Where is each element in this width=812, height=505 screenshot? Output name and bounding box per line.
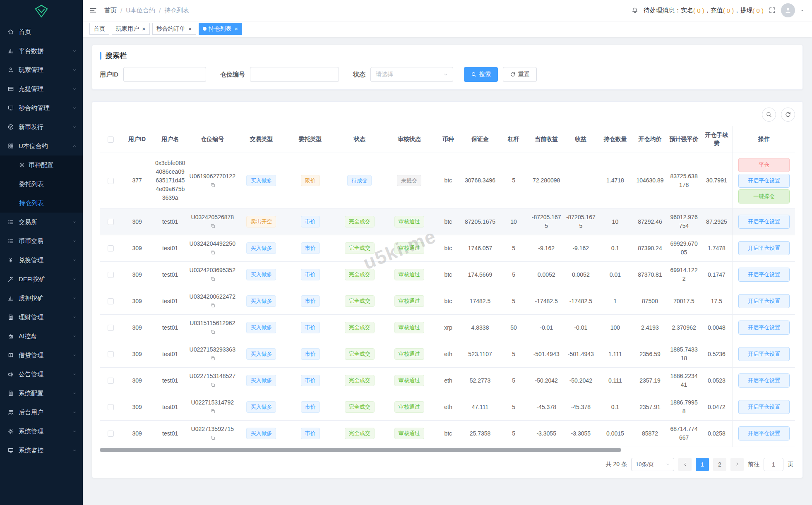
cell-profit: -3.3055	[564, 420, 598, 447]
cell-trade-type: 买入做多	[237, 288, 285, 314]
open-close-settings-button[interactable]: 开启平仓设置	[738, 426, 790, 440]
goto-label: 前往	[748, 461, 759, 468]
copy-icon[interactable]	[210, 276, 216, 282]
sidebar-subitem-position-list[interactable]: 持仓列表	[0, 194, 83, 213]
tab-player-users[interactable]: 玩家用户×	[112, 23, 150, 35]
cell-trade-type-tag: 买入做多	[246, 175, 276, 187]
sidebar-item-announcement-management[interactable]: 公告管理	[0, 365, 83, 384]
copy-icon[interactable]	[210, 303, 216, 308]
row-checkbox[interactable]	[108, 325, 114, 331]
sidebar-item-coin-trade[interactable]: 币币交易	[0, 232, 83, 251]
sidebar-item-home[interactable]: 首页	[0, 22, 83, 41]
sidebar-item-platform-data[interactable]: 平台数据	[0, 41, 83, 60]
open-close-settings-button[interactable]: 开启平仓设置	[738, 373, 790, 388]
copy-icon[interactable]	[210, 329, 216, 335]
open-close-settings-button[interactable]: 开启平仓设置	[738, 400, 790, 414]
megaphone-icon	[7, 371, 14, 378]
search-button[interactable]: 搜索	[464, 67, 498, 82]
page-size-select[interactable]: 10条/页	[631, 458, 674, 471]
page-number-button[interactable]: 1	[696, 458, 709, 471]
sidebar-collapse-button[interactable]	[83, 0, 103, 21]
sidebar-item-system-config[interactable]: 系统配置	[0, 384, 83, 403]
row-checkbox[interactable]	[108, 178, 114, 184]
copy-icon[interactable]	[210, 435, 216, 440]
sidebar-item-system-monitor[interactable]: 系统监控	[0, 441, 83, 460]
select-all-checkbox[interactable]	[108, 136, 114, 143]
row-checkbox[interactable]	[108, 351, 114, 357]
row-checkbox[interactable]	[108, 378, 114, 384]
scrollbar-thumb[interactable]	[100, 448, 621, 452]
copy-icon[interactable]	[210, 409, 216, 414]
row-checkbox[interactable]	[108, 404, 114, 410]
reset-button[interactable]: 重置	[503, 67, 537, 82]
position-no-input[interactable]	[250, 67, 339, 82]
sidebar-item-player-management[interactable]: 玩家管理	[0, 60, 83, 79]
breadcrumb-item-home[interactable]: 首页	[104, 7, 117, 14]
row-checkbox[interactable]	[108, 219, 114, 225]
fullscreen-icon[interactable]	[769, 7, 776, 14]
status-select[interactable]: 请选择	[370, 67, 453, 82]
tab-second-contract-orders[interactable]: 秒合约订单×	[152, 23, 196, 35]
one-click-position-button[interactable]: 一键撑仓	[738, 189, 790, 203]
cell-trade-type: 买入做多	[237, 235, 285, 261]
sidebar-item-staking-mining[interactable]: 质押挖矿	[0, 289, 83, 308]
prev-page-button[interactable]	[678, 458, 692, 471]
copy-icon[interactable]	[210, 250, 216, 255]
page-number-button[interactable]: 2	[713, 458, 726, 471]
cell-position-no: U0324203695352	[187, 261, 237, 288]
table-row: 309test01U0227153293363买入做多市价完全成交审核通过eth…	[100, 341, 795, 367]
open-close-settings-button[interactable]: 开启平仓设置	[738, 294, 790, 308]
tab-close-icon[interactable]: ×	[142, 26, 146, 32]
open-close-settings-button[interactable]: 开启平仓设置	[738, 268, 790, 282]
bell-icon[interactable]	[631, 7, 639, 14]
user-id-input[interactable]	[123, 67, 206, 82]
row-checkbox[interactable]	[108, 298, 114, 304]
tab-position-list[interactable]: 持仓列表×	[199, 23, 243, 35]
tab-home[interactable]: 首页	[89, 23, 109, 35]
sidebar-item-second-contract[interactable]: 秒合约管理	[0, 98, 83, 117]
copy-icon[interactable]	[210, 182, 216, 188]
cell-trade-type-tag: 买入做多	[246, 348, 276, 360]
open-close-settings-button[interactable]: 开启平仓设置	[738, 174, 790, 188]
cell-current-profit: -3.3055	[529, 420, 564, 447]
position-no-text: U0227153293363	[190, 346, 235, 353]
sidebar-item-u-contract[interactable]: U本位合约	[0, 136, 83, 156]
sidebar-subitem-coin-config[interactable]: 币种配置	[0, 156, 83, 175]
pending-item-count: ( 0 )	[693, 7, 704, 14]
sidebar-item-defi-mining[interactable]: DEFI挖矿	[0, 270, 83, 289]
open-close-settings-button[interactable]: 开启平仓设置	[738, 241, 790, 255]
copy-icon[interactable]	[210, 356, 216, 361]
close-position-button[interactable]: 平仓	[738, 158, 790, 172]
cell-order-type: 市价	[285, 394, 335, 420]
open-close-settings-button[interactable]: 开启平仓设置	[738, 215, 790, 229]
next-page-button[interactable]	[730, 458, 744, 471]
zoom-tool-button[interactable]	[762, 108, 776, 122]
open-close-settings-button[interactable]: 开启平仓设置	[738, 321, 790, 335]
row-checkbox[interactable]	[108, 272, 114, 278]
tab-close-icon[interactable]: ×	[188, 26, 192, 32]
sidebar-item-new-coin-issue[interactable]: 新币发行	[0, 117, 83, 136]
goto-page-input[interactable]	[764, 458, 783, 471]
tab-close-icon[interactable]: ×	[235, 26, 238, 32]
row-checkbox[interactable]	[108, 245, 114, 251]
sidebar-item-wealth-management[interactable]: 理财管理	[0, 308, 83, 327]
refresh-tool-button[interactable]	[781, 108, 795, 122]
avatar[interactable]	[781, 3, 795, 17]
cell-position-no: U0619062770122	[187, 153, 237, 208]
sidebar-item-backend-users[interactable]: 后台用户	[0, 403, 83, 422]
caret-down-icon[interactable]	[800, 8, 805, 13]
row-checkbox[interactable]	[108, 431, 114, 437]
sidebar-item-ai-control[interactable]: AI控盘	[0, 327, 83, 346]
sidebar-item-exchange[interactable]: 交易所	[0, 213, 83, 232]
sidebar-subitem-order-list[interactable]: 委托列表	[0, 175, 83, 194]
copy-icon[interactable]	[210, 223, 216, 229]
cell-user-id: 309	[121, 288, 153, 314]
sidebar-item-lending-management[interactable]: 借贷管理	[0, 346, 83, 365]
sidebar-item-swap-management[interactable]: 兑换管理	[0, 251, 83, 270]
pending-item-label: 充值	[711, 7, 723, 14]
open-close-settings-button[interactable]: 开启平仓设置	[738, 347, 790, 361]
sidebar-item-system-management[interactable]: 系统管理	[0, 422, 83, 441]
copy-icon[interactable]	[210, 382, 216, 388]
column-header: 操作	[733, 126, 795, 153]
sidebar-item-deposit-withdraw[interactable]: 充提管理	[0, 79, 83, 98]
